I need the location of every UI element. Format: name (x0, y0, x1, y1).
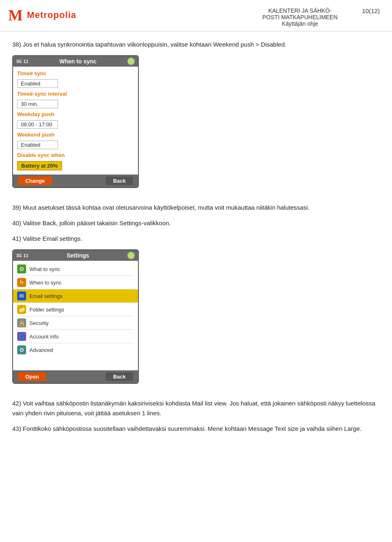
row-weekend-label: Weekend push (13, 130, 138, 139)
list-item-folder-settings[interactable]: 📁 Folder settings (13, 303, 138, 316)
logo-icon: M (8, 7, 23, 23)
phone-body-2: ⚙ What to sync ↻ When to sync ✉ Email se… (13, 261, 138, 370)
main-content: 38) Jos et halua synkronointia tapahtuva… (0, 31, 392, 452)
row-disable-value: Battery at 20% (13, 159, 138, 172)
list-item-account-info[interactable]: 👤 Account info (13, 330, 138, 343)
account-info-label: Account info (29, 334, 59, 340)
back-button-2[interactable]: Back (106, 372, 133, 381)
phone-bottombar-1: Change Back (13, 175, 138, 187)
list-item-email-settings[interactable]: ✉ Email settings (13, 289, 138, 302)
row-weekend-value: Enabled (13, 139, 138, 151)
advanced-label: Advanced (29, 347, 53, 353)
advanced-icon: ⚙ (17, 345, 26, 354)
folder-settings-label: Folder settings (29, 307, 64, 313)
status-circle-2 (127, 252, 135, 259)
step-41-text: 41) Valitse Email settings. (12, 234, 380, 244)
row-weekday-value: 08:00 - 17:00 (13, 119, 138, 130)
row-weekday-label: Weekday push (13, 110, 138, 119)
value-box-30min[interactable]: 30 min. (17, 100, 58, 108)
page-header: M Metropolia KALENTERI JA SÄHKÖ- POSTI M… (0, 0, 392, 31)
when-to-sync-label: When to sync (29, 280, 62, 286)
value-box-weekday-time[interactable]: 08:00 - 17:00 (17, 120, 58, 129)
folder-settings-icon: 📁 (17, 305, 26, 314)
doc-info: KALENTERI JA SÄHKÖ- POSTI MATKAPUHELIMEE… (263, 7, 380, 27)
phone-topbar-2: 3G 11 Settings (13, 250, 138, 261)
mockup-settings: 3G 11 Settings ⚙ What to sync ↻ When to … (12, 249, 139, 391)
step-40-text: 40) Valitse Back, jolloin pääset takaisi… (12, 218, 380, 228)
page-number: 10(12) (362, 7, 380, 14)
signal-3g: 3G (16, 59, 22, 64)
email-settings-icon: ✉ (17, 291, 26, 300)
list-item-advanced[interactable]: ⚙ Advanced (13, 343, 138, 356)
security-icon: 🔒 (17, 318, 26, 327)
screen-title-2: Settings (29, 252, 127, 259)
logo-area: M Metropolia (8, 7, 76, 23)
row-timed-sync-label: Timed sync (13, 69, 138, 78)
email-settings-label: Email settings (29, 293, 62, 299)
phone-screen-2: 3G 11 Settings ⚙ What to sync ↻ When to … (12, 249, 139, 384)
open-button[interactable]: Open (18, 372, 46, 381)
signal-num-2: 11 (23, 253, 28, 258)
value-box-battery[interactable]: Battery at 20% (17, 161, 62, 170)
phone-bottombar-2: Open Back (13, 370, 138, 383)
row-disable-label: Disable sync when (13, 151, 138, 159)
list-item-what-to-sync[interactable]: ⚙ What to sync (13, 262, 138, 275)
screen-title-1: When to sync (29, 58, 127, 65)
signal-num: 11 (23, 59, 28, 64)
row-interval-value: 30 min. (13, 98, 138, 110)
step-39-text: 39) Muut asetukset tässä kohtaa ovat ole… (12, 203, 380, 213)
signal-area: 3G 11 (16, 59, 29, 64)
when-to-sync-icon: ↻ (17, 278, 26, 287)
spacer (13, 356, 138, 369)
doc-title: KALENTERI JA SÄHKÖ- POSTI MATKAPUHELIMEE… (263, 7, 338, 27)
what-to-sync-label: What to sync (29, 266, 60, 272)
phone-screen-1: 3G 11 When to sync Timed sync Enabled Ti… (12, 55, 139, 188)
security-label: Security (29, 320, 49, 326)
change-button[interactable]: Change (18, 177, 52, 185)
step-42-text: 42) Voit vaihtaa sähköpostin listanäkymä… (12, 399, 380, 418)
what-to-sync-icon: ⚙ (17, 264, 26, 273)
list-item-security[interactable]: 🔒 Security (13, 316, 138, 329)
step-38-text: 38) Jos et halua synkronointia tapahtuva… (12, 40, 380, 49)
phone-topbar-1: 3G 11 When to sync (13, 56, 138, 67)
logo-name: Metropolia (27, 10, 76, 20)
phone-body-1: Timed sync Enabled Timed-sync interval 3… (13, 67, 138, 175)
status-circle (127, 58, 135, 65)
value-box-enabled2[interactable]: Enabled (17, 141, 58, 149)
row-timed-sync-value: Enabled (13, 78, 138, 90)
list-item-when-to-sync[interactable]: ↻ When to sync (13, 276, 138, 289)
signal-area-2: 3G 11 (16, 253, 29, 258)
back-button-1[interactable]: Back (106, 177, 133, 185)
signal-3g-2: 3G (16, 253, 22, 258)
row-interval-label: Timed-sync interval (13, 90, 138, 98)
step-43-text: 43) Fonttikoko sähköpostissa suositellaa… (12, 424, 380, 434)
value-box-enabled1[interactable]: Enabled (17, 79, 58, 88)
mockup-when-to-sync: 3G 11 When to sync Timed sync Enabled Ti… (12, 55, 139, 195)
account-info-icon: 👤 (17, 332, 26, 341)
